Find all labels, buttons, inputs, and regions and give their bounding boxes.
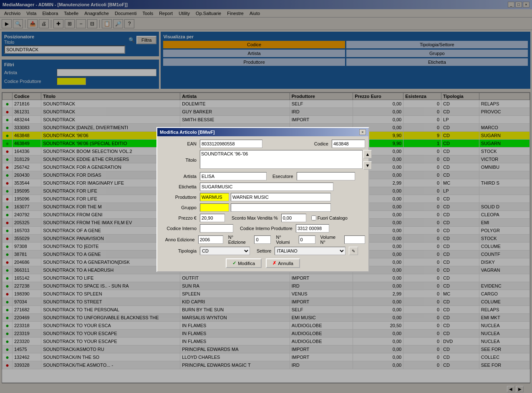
codice-input[interactable] — [332, 140, 365, 148]
form-row-prezzo: Prezzo € Sconto Max Vendita % Fuori Cata… — [161, 214, 365, 222]
form-row-titolo: Titolo SOUNDTRACK '96-'06 ▲ ▼ — [161, 150, 365, 170]
volume-n-label: Volume N° — [320, 235, 341, 245]
form-row-gruppo: Gruppo — [161, 203, 365, 212]
settore-edit-btn[interactable]: ✎ — [349, 247, 358, 255]
modal-title-bar: Modifica Articolo [BMwF] × — [157, 128, 368, 136]
modifica-button[interactable]: ✓ Modifica — [226, 258, 262, 268]
codice-interno-input[interactable] — [200, 224, 233, 233]
esecutore-label: Esecutore — [272, 174, 293, 179]
etichetta-label: Etichetta — [161, 184, 198, 189]
sconto-input[interactable] — [281, 214, 306, 222]
form-row-anno: Anno Edizione N° Edizione N° Volumi Volu… — [161, 235, 365, 245]
form-row-etichetta: Etichetta — [161, 183, 365, 191]
artista-input[interactable] — [200, 172, 267, 180]
codice-interno-prod-input[interactable] — [296, 224, 329, 233]
form-row-ean: EAN Codice — [161, 140, 365, 148]
codice-label: Codice — [292, 141, 330, 146]
fuori-catalogo-label: Fuori Catalogo — [311, 215, 348, 220]
modal-overlay: Modifica Articolo [BMwF] × EAN Codice Ti… — [0, 0, 532, 393]
n-volumi-input[interactable] — [299, 235, 315, 244]
gruppo-name-input[interactable] — [231, 203, 331, 212]
anno-label: Anno Edizione — [161, 237, 197, 242]
esecutore-input[interactable] — [297, 172, 355, 180]
modal-dialog: Modifica Articolo [BMwF] × EAN Codice Ti… — [156, 127, 369, 272]
titolo-scroll-btn[interactable]: ▲ — [363, 150, 372, 158]
volume-n-input[interactable] — [344, 235, 365, 244]
codice-interno-label: Codice Interno — [161, 226, 198, 231]
form-row-produttore: Produttore — [161, 193, 365, 201]
modifica-label: Modifica — [238, 261, 255, 266]
gruppo-code-input[interactable] — [200, 203, 229, 212]
anno-input[interactable] — [198, 235, 223, 244]
annulla-button[interactable]: ✗ Annulla — [266, 258, 300, 268]
artista-label: Artista — [161, 174, 198, 179]
fuori-catalogo-checkbox[interactable] — [311, 215, 316, 220]
titolo-textarea[interactable]: SOUNDTRACK '96-'06 — [200, 150, 363, 169]
produttore-code-input[interactable] — [200, 193, 229, 201]
n-edizione-input[interactable] — [254, 235, 271, 244]
form-row-tipologia: Tipologia CD LP MC DVD Settore ITALIANO … — [161, 247, 365, 255]
modal-title: Modifica Articolo [BMwF] — [160, 130, 215, 135]
gruppo-label: Gruppo — [161, 205, 198, 210]
n-volumi-label: N° Volumi — [276, 235, 295, 245]
tipologia-select[interactable]: CD LP MC DVD — [200, 247, 250, 255]
n-edizione-label: N° Edizione — [228, 235, 251, 245]
titolo-label: Titolo — [161, 158, 198, 163]
sconto-label: Sconto Max Vendita % — [232, 215, 278, 220]
ean-input[interactable] — [200, 140, 262, 148]
form-row-codice-interno: Codice Interno Codice Interno Produttore — [161, 224, 365, 233]
produttore-label: Produttore — [161, 195, 198, 200]
prezzo-label: Prezzo € — [161, 215, 198, 220]
settore-select[interactable]: ITALIANO ESTERO — [275, 247, 345, 255]
produttore-name-input[interactable] — [231, 193, 331, 201]
prezzo-input[interactable] — [200, 214, 225, 222]
titolo-scroll-down-btn[interactable]: ▼ — [363, 161, 372, 170]
settore-label: Settore — [257, 248, 271, 253]
modal-close-btn[interactable]: × — [359, 129, 366, 135]
tipologia-label: Tipologia — [161, 248, 198, 253]
ean-label: EAN — [161, 141, 198, 146]
etichetta-input[interactable] — [200, 183, 333, 191]
codice-interno-prod-label: Codice Interno Produttore — [240, 226, 292, 231]
modal-body: EAN Codice Titolo SOUNDTRACK '96-'06 ▲ ▼… — [157, 136, 368, 271]
form-row-artista: Artista Esecutore — [161, 172, 365, 180]
modal-buttons: ✓ Modifica ✗ Annulla — [161, 258, 365, 268]
annulla-label: Annulla — [278, 261, 293, 266]
